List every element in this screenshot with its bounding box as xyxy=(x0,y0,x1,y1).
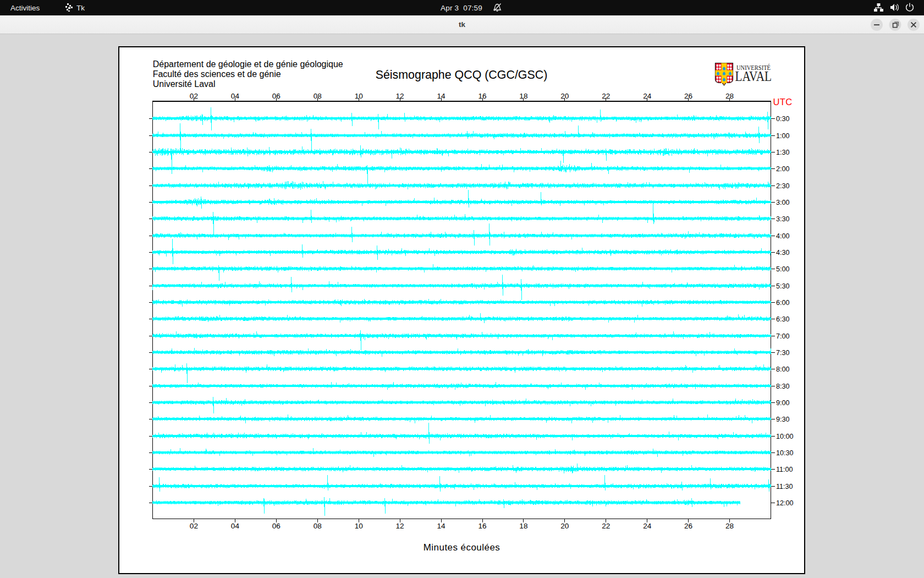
svg-text:6:30: 6:30 xyxy=(776,315,790,323)
svg-text:12: 12 xyxy=(396,522,404,530)
svg-text:28: 28 xyxy=(725,522,734,530)
svg-text:Séismographe QCQ (CGC/GSC): Séismographe QCQ (CGC/GSC) xyxy=(376,68,548,81)
svg-text:14: 14 xyxy=(437,522,446,530)
svg-text:24: 24 xyxy=(643,522,652,530)
svg-text:06: 06 xyxy=(272,522,280,530)
svg-text:1:00: 1:00 xyxy=(776,132,790,140)
svg-text:28: 28 xyxy=(725,92,734,100)
svg-text:26: 26 xyxy=(684,522,692,530)
svg-text:7:00: 7:00 xyxy=(776,332,790,340)
svg-text:9:30: 9:30 xyxy=(776,416,790,423)
svg-text:2:00: 2:00 xyxy=(776,165,790,173)
svg-text:11:30: 11:30 xyxy=(776,483,793,490)
svg-text:08: 08 xyxy=(314,522,322,530)
svg-text:16: 16 xyxy=(478,522,486,530)
svg-text:11:00: 11:00 xyxy=(776,466,793,473)
svg-text:18: 18 xyxy=(519,522,527,530)
svg-text:10: 10 xyxy=(355,92,364,100)
svg-text:3:00: 3:00 xyxy=(776,199,790,206)
svg-text:4:30: 4:30 xyxy=(776,249,790,257)
svg-text:02: 02 xyxy=(190,522,198,530)
svg-text:20: 20 xyxy=(560,92,569,100)
svg-text:Faculté des sciences et de gén: Faculté des sciences et de génie xyxy=(153,69,281,79)
svg-text:10: 10 xyxy=(355,522,364,530)
svg-text:20: 20 xyxy=(560,522,569,530)
svg-text:8:30: 8:30 xyxy=(776,383,790,390)
svg-text:24: 24 xyxy=(643,92,652,100)
svg-text:4:00: 4:00 xyxy=(776,232,790,240)
svg-text:10:30: 10:30 xyxy=(776,449,794,457)
svg-text:22: 22 xyxy=(602,522,610,530)
svg-text:04: 04 xyxy=(231,522,240,530)
svg-text:16: 16 xyxy=(478,92,486,100)
svg-text:Département de géologie et de: Département de géologie et de génie géol… xyxy=(153,59,343,69)
svg-text:8:00: 8:00 xyxy=(776,366,790,373)
svg-text:5:00: 5:00 xyxy=(776,265,790,273)
svg-text:14: 14 xyxy=(437,92,446,100)
svg-text:10:00: 10:00 xyxy=(776,433,794,440)
svg-text:5:30: 5:30 xyxy=(776,282,790,290)
svg-text:1:30: 1:30 xyxy=(776,149,790,156)
svg-text:6:00: 6:00 xyxy=(776,299,790,307)
svg-text:26: 26 xyxy=(684,92,692,100)
svg-text:LAVAL: LAVAL xyxy=(735,68,772,84)
svg-text:UTC: UTC xyxy=(773,97,793,107)
svg-text:18: 18 xyxy=(519,92,527,100)
svg-text:06: 06 xyxy=(272,92,280,100)
svg-text:2:30: 2:30 xyxy=(776,182,790,190)
svg-text:04: 04 xyxy=(231,92,240,100)
svg-text:12: 12 xyxy=(396,92,404,100)
svg-text:9:00: 9:00 xyxy=(776,399,790,407)
svg-text:3:30: 3:30 xyxy=(776,215,790,223)
svg-text:02: 02 xyxy=(190,92,198,100)
svg-text:12:00: 12:00 xyxy=(776,499,794,507)
svg-text:7:30: 7:30 xyxy=(776,349,790,357)
svg-text:22: 22 xyxy=(602,92,610,100)
svg-text:Université Laval: Université Laval xyxy=(153,79,216,89)
svg-text:Minutes écoulées: Minutes écoulées xyxy=(424,542,501,553)
svg-text:08: 08 xyxy=(314,92,322,100)
svg-text:0:30: 0:30 xyxy=(776,115,790,123)
